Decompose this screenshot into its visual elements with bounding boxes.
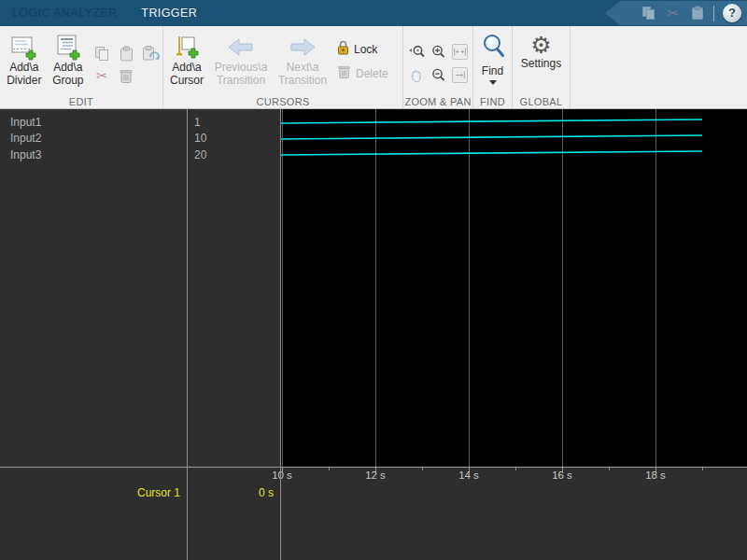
- axis-tick-label: 10 s: [266, 469, 298, 481]
- next-transition-button[interactable]: Next\a Transition: [272, 31, 333, 87]
- delete-icon: [337, 64, 351, 82]
- previous-transition-button[interactable]: Previous\a Transition: [210, 31, 272, 87]
- axis-minor-tick: [422, 468, 423, 470]
- add-divider-label-line2: Divider: [7, 75, 41, 88]
- find-dropdown-caret-icon: [489, 80, 497, 85]
- cut-button[interactable]: ✂: [90, 64, 114, 87]
- logic-analyzer-window: LOGIC ANALYZER TRIGGER ✂ ? Add\a Divider: [0, 0, 747, 560]
- channel-name: Input3: [0, 148, 187, 161]
- channel-name: Input2: [0, 132, 187, 145]
- add-cursor-label-line1: Add\a: [172, 62, 201, 75]
- add-cursor-label-line2: Cursor: [170, 75, 204, 88]
- signal-trace-input1: [280, 119, 702, 123]
- axis-tick-label: 16 s: [546, 469, 578, 481]
- add-divider-button[interactable]: Add\a Divider: [0, 31, 49, 87]
- cursor-row[interactable]: Cursor 1 0 s: [0, 486, 280, 502]
- pan-button[interactable]: [406, 63, 428, 87]
- zoom-in-x-button[interactable]: [406, 40, 428, 63]
- gear-icon: ⚙: [530, 33, 551, 57]
- add-cursor-button[interactable]: Add\a Cursor: [163, 31, 210, 87]
- copy-button[interactable]: [90, 42, 114, 64]
- cursor-name: Cursor 1: [0, 486, 187, 502]
- signal-trace-input2: [280, 135, 702, 139]
- next-transition-icon: [288, 34, 317, 62]
- lock-icon: [337, 40, 349, 58]
- axis-minor-tick: [609, 468, 610, 470]
- edit-mini-buttons: ✂: [90, 42, 162, 87]
- axis-minor-tick: [515, 468, 516, 470]
- paste-button[interactable]: [114, 42, 138, 64]
- find-button[interactable]: Find: [480, 31, 506, 85]
- edit-section-label: EDIT: [0, 96, 162, 107]
- channel-value: 1: [187, 116, 280, 129]
- axis-tick-label: 12 s: [359, 469, 391, 481]
- toolstrip-section-global: ⚙ Settings GLOBAL: [513, 26, 571, 108]
- axis-tick-label: 14 s: [453, 469, 485, 481]
- cursor-value: 0 s: [187, 486, 280, 502]
- channel-rail: Input1 1 Input2 10 Input3 20: [0, 109, 280, 467]
- signal-traces: [280, 109, 747, 467]
- titlebar: LOGIC ANALYZER TRIGGER ✂ ?: [0, 0, 747, 26]
- channel-value: 20: [187, 148, 280, 161]
- add-group-label-line2: Group: [52, 75, 83, 88]
- channel-row-input2[interactable]: Input2 10: [0, 131, 280, 147]
- zoom-to-cursor-button[interactable]: [449, 63, 471, 87]
- signal-trace-input3: [280, 151, 702, 155]
- delete-edit-button[interactable]: [114, 64, 138, 87]
- channel-row-input1[interactable]: Input1 1: [0, 114, 280, 131]
- add-cursor-icon: [173, 34, 201, 62]
- collapse-toolstrip-button[interactable]: [719, 93, 738, 105]
- name-value-divider[interactable]: [187, 109, 188, 560]
- channel-rows: Input1 1 Input2 10 Input3 20: [0, 114, 280, 163]
- tab-logic-analyzer[interactable]: LOGIC ANALYZER: [0, 0, 129, 26]
- settings-label: Settings: [521, 57, 561, 70]
- previous-transition-label-line1: Previous\a: [215, 62, 268, 75]
- tab-trigger[interactable]: TRIGGER: [129, 0, 209, 26]
- axis-minor-tick: [702, 468, 703, 470]
- toolstrip-section-zoom-pan: ZOOM & PAN: [403, 26, 473, 108]
- next-transition-label-line1: Next\a: [287, 62, 319, 75]
- lock-label: Lock: [354, 43, 377, 56]
- delete-cursor-button[interactable]: Delete: [337, 64, 388, 82]
- cut-icon[interactable]: ✂: [665, 6, 681, 21]
- add-divider-icon: [10, 34, 38, 62]
- zoom-out-button[interactable]: [428, 63, 449, 87]
- quick-access-toolbar: ✂ ?: [605, 1, 747, 25]
- next-transition-label-line2: Transition: [278, 75, 327, 88]
- copy-icon[interactable]: [641, 6, 656, 21]
- global-section-label: GLOBAL: [513, 96, 570, 107]
- waveform-plot[interactable]: [280, 109, 747, 467]
- paste-icon[interactable]: [689, 6, 705, 21]
- previous-transition-icon: [226, 34, 256, 62]
- find-label: Find: [482, 64, 503, 77]
- channel-value: 10: [187, 132, 280, 145]
- fit-to-view-button[interactable]: [449, 40, 471, 63]
- value-plot-divider[interactable]: [280, 109, 281, 560]
- settings-button[interactable]: ⚙ Settings: [521, 31, 561, 70]
- lock-delete-column: Lock Delete: [337, 40, 388, 82]
- paste-special-button[interactable]: [138, 42, 162, 64]
- zoom-pan-grid: [406, 40, 471, 87]
- axis-tick-label: 18 s: [640, 469, 671, 481]
- find-section-label: FIND: [473, 96, 512, 107]
- toolstrip: Add\a Divider Add\a Group: [0, 26, 747, 109]
- channel-name: Input1: [0, 116, 187, 129]
- delete-label: Delete: [356, 67, 388, 80]
- axis-minor-tick: [329, 468, 330, 470]
- cursors-section-label: CURSORS: [163, 96, 402, 107]
- find-icon: [480, 33, 506, 64]
- add-divider-label-line1: Add\a: [9, 62, 38, 75]
- channel-row-input3[interactable]: Input3 20: [0, 147, 280, 163]
- help-button[interactable]: ?: [723, 4, 741, 22]
- quick-access-separator: [713, 6, 714, 21]
- add-group-label-line1: Add\a: [53, 62, 82, 75]
- add-group-button[interactable]: Add\a Group: [49, 31, 88, 87]
- previous-transition-label-line2: Transition: [217, 75, 265, 88]
- zoom-pan-section-label: ZOOM & PAN: [403, 96, 472, 107]
- time-axis: 10 s12 s14 s16 s18 s: [0, 467, 747, 483]
- add-group-icon: [54, 34, 82, 62]
- lock-button[interactable]: Lock: [337, 40, 388, 58]
- empty-cell: [138, 64, 162, 87]
- cursor-panel: Cursor 1 0 s: [0, 483, 747, 560]
- zoom-in-button[interactable]: [428, 40, 449, 63]
